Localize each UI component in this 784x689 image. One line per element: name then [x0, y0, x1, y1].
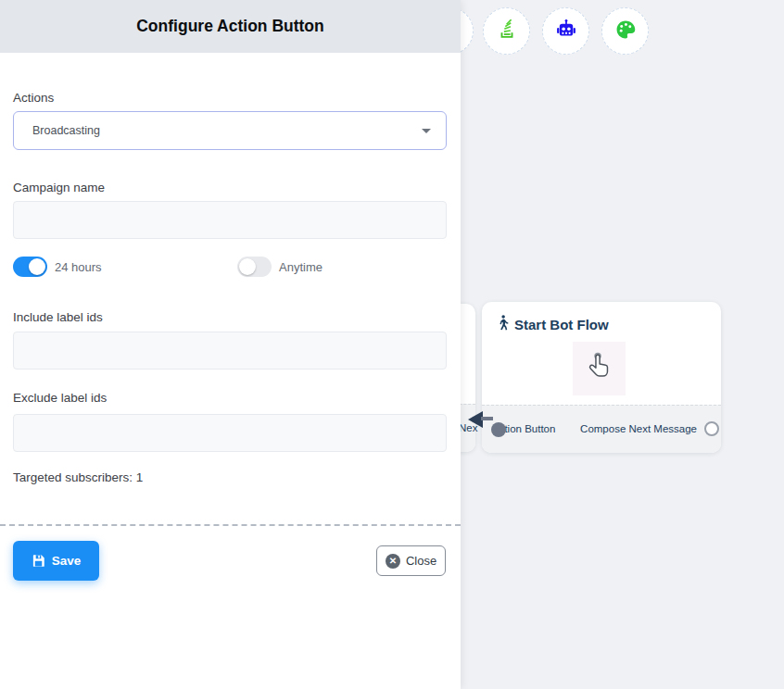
floppy-disk-icon: [32, 554, 45, 568]
include-label-ids-input[interactable]: [13, 332, 447, 370]
chevron-down-icon: [422, 129, 431, 133]
toggle-knob: [29, 258, 45, 275]
panel-title: Configure Action Button: [136, 17, 324, 36]
close-button-label: Close: [406, 554, 436, 568]
flow-canvas[interactable]: Nex Start Bot Flow: [461, 0, 784, 689]
close-button[interactable]: ✕ Close: [376, 545, 446, 576]
panel-header: Configure Action Button: [0, 0, 461, 53]
exclude-label-ids-label: Exclude label ids: [13, 391, 107, 405]
toolbar-button-bot[interactable]: [542, 7, 589, 55]
toolbar-button-partial[interactable]: [461, 7, 474, 55]
connector-node-filled[interactable]: [491, 422, 506, 437]
targeted-subscribers-text: Targeted subscribers: 1: [13, 470, 143, 484]
toggle-24-hours-label: 24 hours: [55, 260, 102, 274]
walking-person-icon: [497, 315, 509, 333]
campaign-name-label: Campaign name: [13, 181, 105, 194]
save-button[interactable]: Save: [13, 541, 99, 581]
configure-action-panel: Configure Action Button Actions Broadcas…: [0, 0, 461, 689]
stack-icon: [497, 19, 517, 44]
include-label-ids-label: Include label ids: [13, 310, 103, 324]
exclude-label-ids-input[interactable]: [13, 414, 447, 452]
toolbar-button-stack[interactable]: [483, 7, 530, 55]
actions-select-value: Broadcasting: [32, 124, 422, 137]
flow-card-hidden[interactable]: Nex: [461, 304, 475, 452]
toggle-24-hours[interactable]: [13, 257, 47, 277]
toggle-knob: [239, 258, 256, 275]
card-title: Start Bot Flow: [514, 317, 609, 332]
tap-target-area[interactable]: [573, 342, 626, 395]
edge-line: [481, 417, 493, 420]
palette-icon: [614, 19, 637, 44]
card-footer: Action Button Compose Next Message: [482, 405, 721, 453]
campaign-name-input[interactable]: [13, 201, 447, 239]
connector-node-empty[interactable]: [704, 421, 719, 436]
card-title-row: Start Bot Flow: [497, 315, 609, 333]
app-root: Nex Start Bot Flow: [0, 0, 784, 689]
toolbar-button-theme[interactable]: [601, 7, 649, 55]
start-bot-flow-card[interactable]: Start Bot Flow Action Button Compose Nex…: [482, 302, 721, 453]
actions-label: Actions: [13, 91, 54, 105]
save-button-label: Save: [52, 554, 82, 568]
tap-cursor-icon: [585, 349, 613, 389]
toggle-anytime-label: Anytime: [279, 260, 322, 274]
robot-icon: [555, 19, 577, 44]
actions-select[interactable]: Broadcasting: [13, 111, 447, 150]
toggle-anytime[interactable]: [237, 257, 272, 277]
footer-divider: [0, 524, 461, 526]
connector-label-compose-next: Compose Next Message: [580, 423, 697, 434]
circle-x-icon: ✕: [386, 554, 400, 569]
